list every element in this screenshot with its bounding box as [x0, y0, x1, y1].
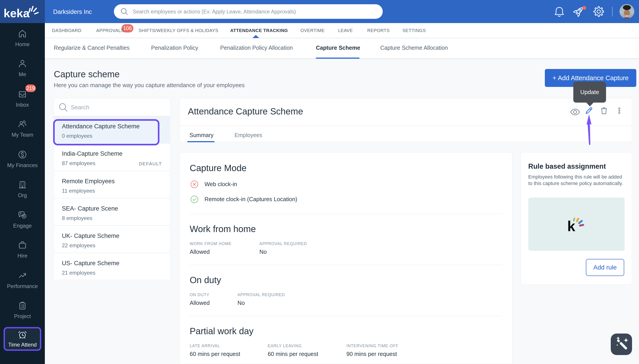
- svg-text:keka: keka: [4, 7, 30, 20]
